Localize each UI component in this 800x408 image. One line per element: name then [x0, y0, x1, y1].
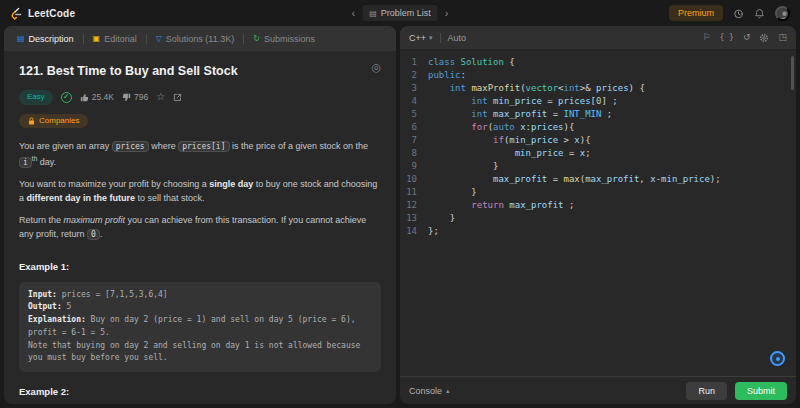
run-button[interactable]: Run	[686, 382, 727, 400]
companies-row: Companies	[19, 114, 381, 130]
tab-solutions[interactable]: ▽Solutions (11.3K)	[149, 26, 242, 51]
editor-header: C++ ▾ Auto ⚐ { } ↺ ◳	[400, 26, 796, 50]
timer-icon[interactable]	[733, 8, 744, 19]
tab-separator	[83, 34, 84, 44]
language-label: C++	[409, 33, 426, 43]
expand-icon[interactable]: ◳	[778, 33, 787, 42]
code-line[interactable]: 6 for(auto x:prices){	[400, 121, 796, 134]
star-icon: ☆	[156, 92, 165, 102]
line-number: 12	[400, 199, 428, 212]
problem-paragraph: You want to maximize your profit by choo…	[19, 178, 381, 205]
badge-row: Easy ✓ 25.4K	[19, 90, 381, 105]
format-braces-icon[interactable]: { }	[719, 34, 733, 42]
thumbs-down-icon	[122, 93, 131, 102]
line-number: 2	[400, 69, 428, 82]
code-text: if(min_price > x){	[428, 134, 591, 147]
next-problem-button[interactable]: ›	[441, 6, 453, 21]
problem-list-label: Problem List	[381, 8, 431, 18]
code-text: }	[428, 160, 498, 173]
code-line[interactable]: 1class Solution {	[400, 56, 796, 69]
code-line[interactable]: 5 int max_profit = INT_MIN ;	[400, 108, 796, 121]
line-number: 9	[400, 160, 428, 173]
problem-tabbar: ▤Description▣Editorial▽Solutions (11.3K)…	[4, 26, 396, 51]
tab-label: Solutions (11.3K)	[166, 34, 234, 44]
bookmark-icon[interactable]: ⚐	[702, 33, 710, 42]
tab-description[interactable]: ▤Description	[10, 26, 81, 51]
tab-editorial[interactable]: ▣Editorial	[86, 26, 144, 51]
difficulty-badge[interactable]: Easy	[19, 90, 53, 105]
line-number: 14	[400, 225, 428, 238]
settings-gear-icon[interactable]	[759, 33, 769, 43]
code-line[interactable]: 7 if(min_price > x){	[400, 134, 796, 147]
logo-group[interactable]: LeetCode	[10, 7, 75, 20]
problem-panel: ▤Description▣Editorial▽Solutions (11.3K)…	[4, 26, 396, 404]
line-number: 7	[400, 134, 428, 147]
tab-label: Description	[29, 34, 74, 44]
line-number: 4	[400, 95, 428, 108]
submit-button[interactable]: Submit	[735, 382, 787, 400]
language-select[interactable]: C++ ▾	[409, 33, 433, 43]
line-number: 5	[400, 108, 428, 121]
tab-separator	[146, 34, 147, 44]
example-line: Output: 5	[28, 301, 372, 314]
code-line[interactable]: 3 int maxProfit(vector<int>& prices) {	[400, 82, 796, 95]
code-line[interactable]: 12 return max_profit ;	[400, 199, 796, 212]
code-text: max_profit = max(max_profit, x-min_price…	[428, 173, 721, 186]
console-label: Console	[409, 386, 442, 396]
navbar-right: Premium	[669, 5, 790, 21]
console-bar: Console ▴ Run Submit	[400, 376, 796, 404]
console-toggle[interactable]: Console ▴	[409, 386, 450, 396]
companies-badge[interactable]: Companies	[19, 114, 88, 128]
logo-text: LeetCode	[28, 8, 75, 19]
notifications-bell-icon[interactable]	[754, 8, 765, 19]
tab-label: Editorial	[104, 34, 137, 44]
code-line[interactable]: 11 }	[400, 186, 796, 199]
share-button[interactable]	[173, 93, 182, 102]
problem-content[interactable]: 121. Best Time to Buy and Sell Stock ◎ E…	[4, 51, 396, 404]
lock-icon	[28, 117, 35, 125]
user-avatar[interactable]	[775, 6, 790, 21]
code-line[interactable]: 8 min_price = x;	[400, 147, 796, 160]
assistant-chat-icon[interactable]	[770, 351, 785, 366]
problem-title: 121. Best Time to Buy and Sell Stock	[19, 62, 238, 81]
example-label: Example 2:	[19, 385, 381, 399]
main-split: ▤Description▣Editorial▽Solutions (11.3K)…	[0, 26, 800, 408]
dislike-button[interactable]: 796	[122, 92, 148, 102]
example-line: Explanation: Buy on day 2 (price = 1) an…	[28, 314, 372, 340]
example-line: Input: prices = [7,1,5,3,6,4]	[28, 289, 372, 302]
code-editor[interactable]: 1class Solution {2public:3 int maxProfit…	[400, 50, 796, 376]
code-line[interactable]: 9 }	[400, 160, 796, 173]
like-button[interactable]: 25.4K	[80, 92, 114, 102]
code-text: class Solution {	[428, 56, 515, 69]
premium-button[interactable]: Premium	[669, 5, 723, 21]
tab-submissions[interactable]: ↻Submissions	[246, 26, 322, 51]
example-line: Note that buying on day 2 and selling on…	[28, 340, 372, 366]
prev-problem-button[interactable]: ‹	[348, 6, 360, 21]
editor-scrollbar[interactable]	[791, 56, 794, 90]
editor-panel: C++ ▾ Auto ⚐ { } ↺ ◳	[400, 26, 796, 404]
line-number: 13	[400, 212, 428, 225]
code-text: }	[428, 212, 455, 225]
chevron-down-icon: ▾	[429, 34, 433, 41]
code-text: int max_profit = INT_MIN ;	[428, 108, 612, 121]
problem-list-button[interactable]: ▤ Problem List	[362, 5, 438, 21]
code-text: return max_profit ;	[428, 199, 574, 212]
code-line[interactable]: 2public:	[400, 69, 796, 82]
code-text: };	[428, 225, 439, 238]
examples-section: Example 1:Input: prices = [7,1,5,3,6,4]O…	[19, 260, 381, 404]
code-line[interactable]: 14};	[400, 225, 796, 238]
flask-icon: ▽	[156, 35, 162, 43]
inline-code: 0	[87, 229, 100, 240]
progress-circle-icon[interactable]: ◎	[371, 62, 381, 73]
code-line[interactable]: 4 int min_price = prices[0] ;	[400, 95, 796, 108]
code-line[interactable]: 13 }	[400, 212, 796, 225]
reset-code-icon[interactable]: ↺	[743, 33, 751, 42]
history-icon: ↻	[253, 35, 260, 43]
chevron-up-icon: ▴	[446, 387, 450, 394]
code-text: }	[428, 186, 477, 199]
line-number: 8	[400, 147, 428, 160]
favorite-star-button[interactable]: ☆	[156, 92, 165, 102]
editorial-icon: ▣	[93, 35, 101, 43]
code-line[interactable]: 10 max_profit = max(max_profit, x-min_pr…	[400, 173, 796, 186]
auto-toggle[interactable]: Auto	[448, 33, 467, 43]
